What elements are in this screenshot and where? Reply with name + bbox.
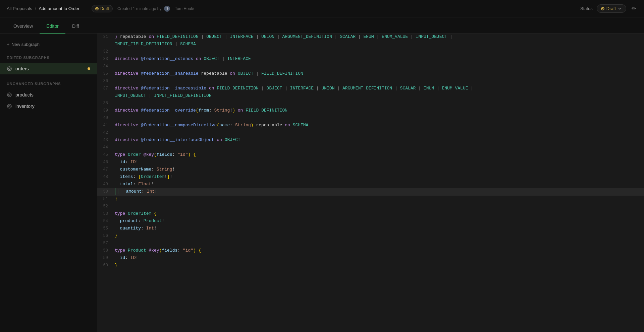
code-line-32: 32 xyxy=(97,48,644,56)
avatar: TH xyxy=(164,6,170,12)
new-subgraph-button[interactable]: + New subgraph xyxy=(0,39,97,50)
line-num-31: 31 xyxy=(97,34,115,40)
line-content-58: type Product @key(fields: "id") { xyxy=(115,247,644,254)
code-line-48: 48 items: [OrderItem!]! xyxy=(97,174,644,181)
line-num-53: 53 xyxy=(97,210,115,217)
author-name: Tom Houlé xyxy=(175,6,194,11)
code-line-40: 40 xyxy=(97,115,644,122)
line-num-39: 39 xyxy=(97,107,115,114)
created-text: Created 1 minute ago by xyxy=(117,6,161,11)
line-content-31: ) repeatable on FIELD_DEFINITION | OBJEC… xyxy=(115,34,644,40)
tab-diff[interactable]: Diff xyxy=(65,19,86,34)
line-content-38 xyxy=(115,100,644,107)
code-editor[interactable]: 31 ) repeatable on FIELD_DEFINITION | OB… xyxy=(97,34,644,332)
code-line-58: 58 type Product @key(fields: "id") { xyxy=(97,247,644,255)
line-num-51: 51 xyxy=(97,196,115,202)
edited-subgraphs-label: Edited Subgraphs xyxy=(0,54,97,62)
line-content-60: } xyxy=(115,262,644,269)
line-num-49: 49 xyxy=(97,181,115,188)
code-line-50: 50 amount: Int! xyxy=(97,188,644,196)
code-line-52: 52 xyxy=(97,203,644,210)
svg-point-3 xyxy=(9,94,10,96)
code-line-55: 55 quantity: Int! xyxy=(97,225,644,233)
line-num-36: 36 xyxy=(97,78,115,84)
line-content-37b: INPUT_OBJECT | INPUT_FIELD_DEFINITION xyxy=(115,92,644,99)
status-badge-dot-icon xyxy=(601,7,604,10)
code-line-38: 38 xyxy=(97,100,644,107)
line-num-33: 33 xyxy=(97,56,115,62)
draft-badge-label: Draft xyxy=(100,6,109,11)
svg-point-4 xyxy=(7,104,11,108)
code-line-31: 31 ) repeatable on FIELD_DEFINITION | OB… xyxy=(97,34,644,41)
line-num-35: 35 xyxy=(97,70,115,77)
line-num-52: 52 xyxy=(97,203,115,210)
line-num-31b xyxy=(97,41,115,41)
code-line-49: 49 total: Float! xyxy=(97,181,644,188)
sidebar-item-orders-label: orders xyxy=(15,66,29,71)
line-content-56: } xyxy=(115,233,644,239)
status-draft-button[interactable]: Draft xyxy=(597,4,626,13)
line-num-50: 50 xyxy=(97,188,115,195)
line-num-45: 45 xyxy=(97,151,115,158)
line-content-41: directive @federation__composeDirective(… xyxy=(115,122,644,129)
line-content-55: quantity: Int! xyxy=(115,225,644,232)
code-line-37b: INPUT_OBJECT | INPUT_FIELD_DEFINITION xyxy=(97,92,644,100)
line-content-52 xyxy=(115,203,644,210)
line-num-56: 56 xyxy=(97,233,115,239)
code-line-51: 51 } xyxy=(97,196,644,203)
line-num-38: 38 xyxy=(97,100,115,107)
new-subgraph-label: New subgraph xyxy=(11,42,40,47)
line-content-44 xyxy=(115,144,644,151)
svg-point-5 xyxy=(9,106,10,107)
code-line-47: 47 customerName: String! xyxy=(97,166,644,174)
code-line-44: 44 xyxy=(97,144,644,151)
line-content-34 xyxy=(115,63,644,70)
line-content-57 xyxy=(115,240,644,247)
line-num-58: 58 xyxy=(97,247,115,254)
code-line-39: 39 directive @federation__override(from:… xyxy=(97,107,644,115)
plus-icon: + xyxy=(7,42,9,47)
sidebar-item-products[interactable]: products xyxy=(0,89,97,101)
line-content-40 xyxy=(115,115,644,121)
line-num-32: 32 xyxy=(97,48,115,55)
breadcrumb-current: Add amount to Order xyxy=(39,6,79,11)
status-label: Status xyxy=(580,6,593,11)
svg-point-2 xyxy=(7,93,11,97)
code-line-46: 46 id: ID! xyxy=(97,159,644,166)
tab-bar: Overview Editor Diff xyxy=(0,17,644,34)
line-content-50: amount: Int! xyxy=(115,188,644,195)
line-content-36 xyxy=(115,78,644,84)
line-content-59: id: ID! xyxy=(115,255,644,261)
sidebar-item-inventory[interactable]: inventory xyxy=(0,101,97,112)
code-line-60: 60 } xyxy=(97,262,644,269)
breadcrumb-sep: / xyxy=(35,6,36,11)
line-num-42: 42 xyxy=(97,129,115,136)
draft-badge-dot-icon xyxy=(95,7,99,10)
edit-icon-button[interactable]: ✏ xyxy=(630,4,637,13)
line-num-40: 40 xyxy=(97,115,115,121)
line-num-37: 37 xyxy=(97,85,115,92)
subgraph-icon-orders xyxy=(7,66,12,71)
line-num-59: 59 xyxy=(97,255,115,261)
tab-editor[interactable]: Editor xyxy=(40,19,65,34)
code-line-57: 57 xyxy=(97,240,644,247)
line-content-35: directive @federation__shareable repeata… xyxy=(115,70,644,77)
line-num-55: 55 xyxy=(97,225,115,232)
line-content-53: type OrderItem { xyxy=(115,210,644,217)
line-content-42 xyxy=(115,129,644,136)
code-line-35: 35 directive @federation__shareable repe… xyxy=(97,70,644,78)
code-line-33: 33 directive @federation__extends on OBJ… xyxy=(97,56,644,63)
line-content-51: } xyxy=(115,196,644,202)
line-content-43: directive @federation__interfaceObject o… xyxy=(115,137,644,143)
main: + New subgraph Edited Subgraphs orders U… xyxy=(0,34,644,332)
line-content-46: id: ID! xyxy=(115,159,644,165)
breadcrumb-link[interactable]: All Proposals xyxy=(7,6,32,11)
sidebar-item-orders[interactable]: orders xyxy=(0,63,97,74)
line-content-48: items: [OrderItem!]! xyxy=(115,174,644,180)
svg-point-0 xyxy=(7,67,11,71)
line-num-60: 60 xyxy=(97,262,115,269)
sidebar-spacer xyxy=(0,74,97,80)
tab-overview[interactable]: Overview xyxy=(7,19,40,34)
code-line-59: 59 id: ID! xyxy=(97,255,644,262)
sidebar-item-orders-dot xyxy=(88,67,90,70)
